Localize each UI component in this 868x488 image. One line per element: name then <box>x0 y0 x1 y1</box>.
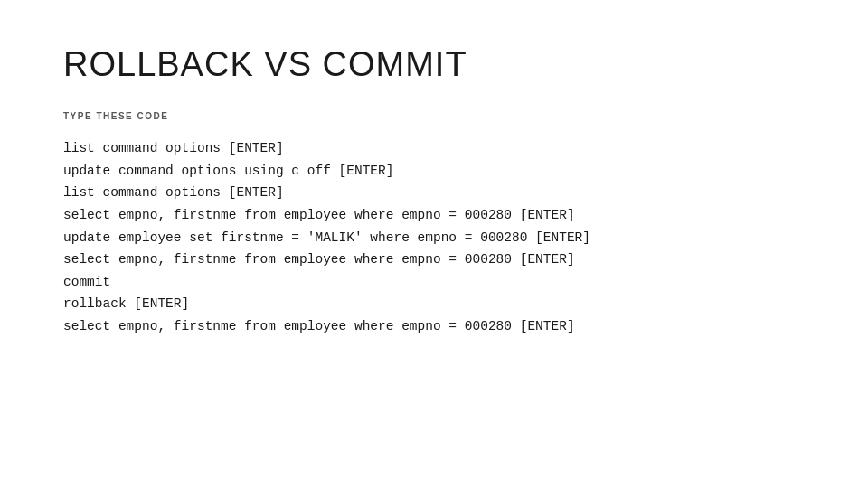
code-line: select empno, firstnme from employee whe… <box>63 315 805 338</box>
code-line: select empno, firstnme from employee whe… <box>63 249 805 271</box>
code-block: list command options [ENTER]update comma… <box>63 137 805 338</box>
section-subtitle: TYPE THESE CODE <box>63 111 805 121</box>
code-line: list command options [ENTER] <box>63 137 805 160</box>
code-line: update employee set firstnme = 'MALIK' w… <box>63 227 805 249</box>
page-container: ROLLBACK VS COMMIT TYPE THESE CODE list … <box>0 0 868 488</box>
page-title: ROLLBACK VS COMMIT <box>63 45 805 84</box>
code-line: select empno, firstnme from employee whe… <box>63 204 805 227</box>
code-line: list command options [ENTER] <box>63 182 805 204</box>
code-line: update command options using c off [ENTE… <box>63 160 805 183</box>
code-line: commit <box>63 271 805 294</box>
code-line: rollback [ENTER] <box>63 293 805 315</box>
